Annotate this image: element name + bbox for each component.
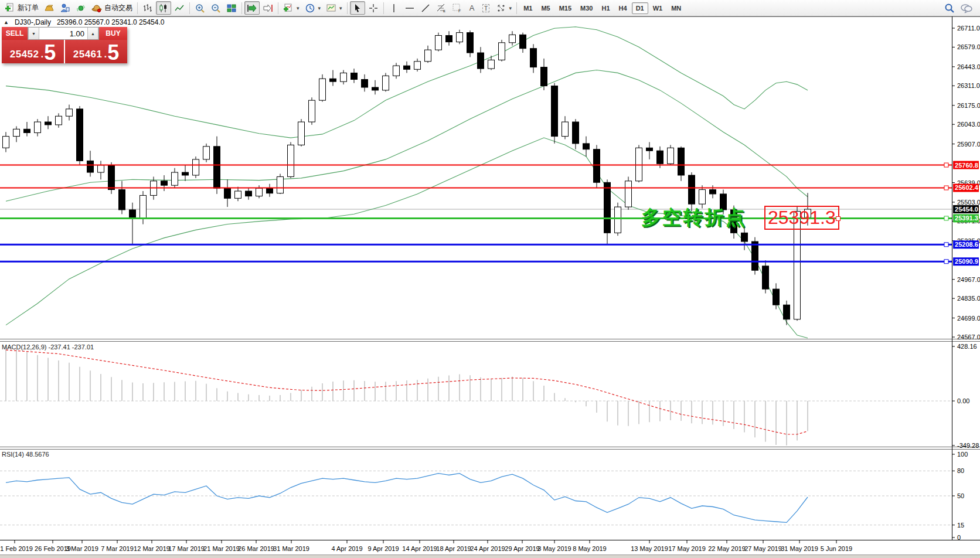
sell-price-big-digit: 5 xyxy=(44,44,56,62)
line-drag-handle[interactable] xyxy=(944,186,948,190)
macd-axis-label: 0.00 xyxy=(957,397,969,404)
annotation-anchor-handle[interactable] xyxy=(836,216,841,221)
bollinger-lower-band xyxy=(6,138,808,338)
buy-price-main: 25461 xyxy=(73,49,103,59)
candle-body xyxy=(235,191,241,198)
date-label: 17 May 2019 xyxy=(668,545,706,552)
axis-tick-label: 26043.0 xyxy=(957,121,980,128)
candle-body xyxy=(393,66,400,76)
candle-body xyxy=(562,122,569,137)
axis-tick-label: 24567.0 xyxy=(957,334,980,341)
line-drag-handle[interactable] xyxy=(944,216,948,220)
candle-body xyxy=(646,148,653,151)
candle-body xyxy=(583,144,590,149)
panel-collapse-icon[interactable]: ▲ xyxy=(4,19,9,25)
candle-body xyxy=(383,76,389,90)
rsi-pane xyxy=(0,471,952,525)
date-label: 18 Apr 2019 xyxy=(436,545,471,552)
date-label: 26 Mar 2019 xyxy=(238,545,274,552)
date-label: 17 Mar 2019 xyxy=(168,545,205,552)
volume-decrease-button[interactable]: ▼ xyxy=(28,28,39,39)
date-label: 21 Mar 2019 xyxy=(203,545,240,552)
candle-body xyxy=(246,191,252,196)
candle-body xyxy=(520,35,526,48)
buy-price-button[interactable]: 25461.5 xyxy=(65,40,127,63)
date-label: 3 May 2019 xyxy=(537,545,571,552)
candle-body xyxy=(87,161,94,172)
candle-body xyxy=(330,79,336,81)
candle-body xyxy=(552,86,558,137)
volume-increase-button[interactable]: ▲ xyxy=(87,28,98,39)
date-label: 31 Mar 2019 xyxy=(273,545,309,552)
date-label: 3 Mar 2019 xyxy=(66,545,98,552)
annotation-text[interactable]: 多空转折点 xyxy=(641,205,747,231)
candle-body xyxy=(446,36,452,42)
candle-body xyxy=(763,266,769,289)
candle-body xyxy=(351,73,358,79)
volume-input[interactable]: 1.00 xyxy=(39,28,87,39)
candle-body xyxy=(425,50,431,62)
bollinger-bands xyxy=(6,27,808,338)
price-level-label-text: 25391.3 xyxy=(955,215,978,222)
annotation-price-label: 25391.3 xyxy=(768,207,836,228)
chart-ohlc-values: 25396.0 25567.0 25341.0 25454.0 xyxy=(57,18,165,26)
candle-body xyxy=(309,100,315,122)
axis-tick-label: 25503.0 xyxy=(957,199,980,206)
current-price-label-text: 25454.0 xyxy=(955,206,978,213)
line-drag-handle[interactable] xyxy=(944,243,948,247)
candle-body xyxy=(203,147,210,159)
candle-body xyxy=(499,43,505,60)
candle-body xyxy=(689,175,695,204)
candle-body xyxy=(277,176,284,193)
rsi-axis-label: 80 xyxy=(957,467,964,474)
axis-tick-label: 24699.0 xyxy=(957,315,980,322)
sell-price-button[interactable]: 25452.5 xyxy=(2,40,64,63)
axis-tick-label: 26711.0 xyxy=(957,25,980,32)
chart-canvas[interactable]: 26711.026579.026443.026311.026175.026043… xyxy=(0,0,980,558)
candle-body xyxy=(657,151,663,164)
axis-tick-label: 26311.0 xyxy=(957,82,980,89)
date-label: 21 Feb 2019 xyxy=(0,545,33,552)
candle-body xyxy=(530,49,537,67)
candle-body xyxy=(45,122,52,125)
candle-body xyxy=(130,210,136,219)
chart-symbol-title: DJ30-,Daily xyxy=(15,18,51,26)
line-drag-handle[interactable] xyxy=(944,163,948,167)
candle-body xyxy=(13,129,20,136)
candle-body xyxy=(710,190,716,194)
time-axis-labels: 21 Feb 201926 Feb 20193 Mar 20197 Mar 20… xyxy=(0,540,852,552)
candle-body xyxy=(24,129,30,132)
candle-body xyxy=(172,172,178,185)
date-label: 9 Apr 2019 xyxy=(368,545,399,552)
candle-body xyxy=(182,172,189,175)
date-label: 4 Apr 2019 xyxy=(331,545,362,552)
candle-body xyxy=(140,195,147,218)
candle-body xyxy=(699,190,706,205)
sell-price-dot: . xyxy=(41,49,44,59)
chart-annotation[interactable]: 多空转折点 25391.3 xyxy=(641,205,839,231)
price-level-label-text: 25602.4 xyxy=(955,184,979,191)
price-axis-labels: 26711.026579.026443.026311.026175.026043… xyxy=(944,25,980,541)
axis-tick-label: 26579.0 xyxy=(957,43,980,50)
date-label: 29 Apr 2019 xyxy=(505,545,539,552)
candle-body xyxy=(288,145,294,176)
buy-button[interactable]: BUY xyxy=(99,27,127,40)
rsi-axis-label: 100 xyxy=(957,451,968,458)
mt4-window: { "toolbar": { "new_order": "新订单", "auto… xyxy=(0,0,980,558)
candle-body xyxy=(467,33,474,53)
date-label: 8 May 2019 xyxy=(573,545,606,552)
axis-tick-label: 26175.0 xyxy=(957,102,980,109)
candle-body xyxy=(56,116,62,125)
annotation-price-box[interactable]: 25391.3 xyxy=(764,206,839,230)
date-label: 27 May 2019 xyxy=(744,545,782,552)
macd-axis-label: 428.16 xyxy=(957,343,977,350)
candlestick-series xyxy=(3,30,811,325)
rsi-axis-label: 50 xyxy=(957,492,964,499)
date-label: 7 Mar 2019 xyxy=(101,545,134,552)
candle-body xyxy=(625,181,632,207)
candle-body xyxy=(193,159,199,175)
candle-body xyxy=(404,66,410,69)
candle-body xyxy=(161,181,168,185)
line-drag-handle[interactable] xyxy=(944,260,948,264)
sell-button[interactable]: SELL xyxy=(2,27,28,40)
